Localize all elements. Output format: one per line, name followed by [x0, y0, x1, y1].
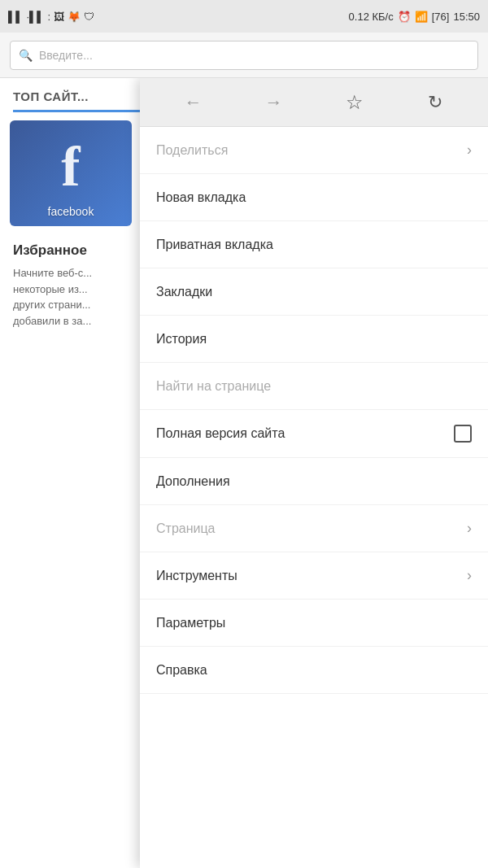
- tools-label: Инструменты: [156, 569, 237, 583]
- menu-item-private-tab[interactable]: Приватная вкладка: [140, 221, 488, 268]
- menu-item-help[interactable]: Справка: [140, 647, 488, 694]
- page-label: Страница: [156, 521, 216, 536]
- status-right: 0.12 КБ/с ⏰ 📶 [76] 15:50: [349, 11, 480, 23]
- facebook-label: facebook: [48, 205, 94, 218]
- star-icon: ☆: [346, 91, 364, 114]
- forward-button[interactable]: →: [256, 85, 292, 120]
- bookmarks-label: Закладки: [156, 285, 212, 299]
- refresh-button[interactable]: ↻: [417, 85, 453, 120]
- forward-icon: →: [265, 92, 283, 113]
- menu-item-find[interactable]: Найти на странице: [140, 363, 488, 410]
- shield-icon: 🛡: [84, 11, 94, 23]
- facebook-tile[interactable]: f facebook: [10, 120, 132, 226]
- firefox-icon: 🦊: [68, 11, 81, 23]
- menu-item-settings[interactable]: Параметры: [140, 600, 488, 647]
- network-speed: 0.12 КБ/с: [349, 11, 394, 23]
- search-placeholder: Введите...: [39, 49, 93, 62]
- private-tab-label: Приватная вкладка: [156, 238, 273, 252]
- share-label: Поделиться: [156, 143, 228, 158]
- desktop-site-checkbox[interactable]: [454, 425, 472, 443]
- share-chevron: ›: [467, 142, 472, 159]
- alarm-icon: ⏰: [398, 11, 411, 23]
- facebook-logo: f: [61, 134, 80, 199]
- menu-item-desktop-site[interactable]: Полная версия сайта: [140, 410, 488, 458]
- menu-toolbar: ← → ☆ ↻: [140, 78, 488, 127]
- menu-item-tools[interactable]: Инструменты ›: [140, 552, 488, 600]
- desktop-site-label: Полная версия сайта: [156, 426, 285, 441]
- gallery-icon: 🖼: [54, 11, 64, 23]
- bookmark-button[interactable]: ☆: [337, 85, 373, 120]
- history-label: История: [156, 332, 207, 347]
- menu-item-page[interactable]: Страница ›: [140, 505, 488, 552]
- settings-label: Параметры: [156, 616, 225, 630]
- status-left: ▌▌ ·▌▌ : 🖼 🦊 🛡: [8, 11, 94, 23]
- help-label: Справка: [156, 663, 207, 678]
- refresh-icon: ↻: [428, 92, 442, 113]
- tools-chevron: ›: [467, 567, 472, 584]
- menu-item-history[interactable]: История: [140, 316, 488, 363]
- menu-item-share[interactable]: Поделиться ›: [140, 127, 488, 174]
- main-content: ТОП САЙТ... f facebook 🐦 twitter Избранн…: [0, 78, 488, 868]
- new-tab-label: Новая вкладка: [156, 190, 246, 205]
- back-icon: ←: [185, 92, 203, 113]
- signal-icon-1: ▌▌: [8, 11, 23, 23]
- wifi-icon: 📶: [415, 11, 428, 23]
- addons-label: Дополнения: [156, 474, 230, 489]
- menu-item-addons[interactable]: Дополнения: [140, 458, 488, 505]
- find-label: Найти на странице: [156, 379, 271, 394]
- menu-item-new-tab[interactable]: Новая вкладка: [140, 174, 488, 221]
- search-icon: 🔍: [19, 49, 33, 62]
- back-button[interactable]: ←: [176, 85, 211, 120]
- signal-icon-2: ·▌▌: [26, 11, 44, 23]
- separator: :: [47, 11, 50, 23]
- dropdown-menu: ← → ☆ ↻ Поделиться › Новая вкладка: [140, 78, 488, 868]
- time-display: 15:50: [453, 11, 480, 23]
- battery-indicator: [76]: [432, 11, 450, 23]
- menu-items-list: Поделиться › Новая вкладка Приватная вкл…: [140, 127, 488, 868]
- menu-item-bookmarks[interactable]: Закладки: [140, 268, 488, 316]
- page-chevron: ›: [467, 520, 472, 537]
- search-bar[interactable]: 🔍 Введите...: [10, 41, 478, 70]
- status-bar: ▌▌ ·▌▌ : 🖼 🦊 🛡 0.12 КБ/с ⏰ 📶 [76] 15:50: [0, 0, 488, 33]
- browser-toolbar: 🔍 Введите...: [0, 33, 488, 78]
